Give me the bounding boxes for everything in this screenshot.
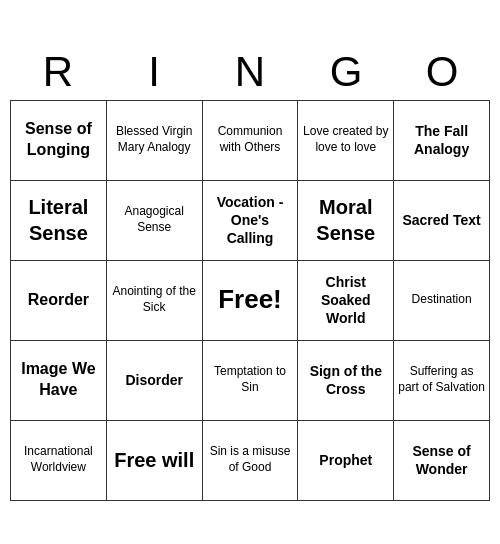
cell-0-2: Communion with Others — [203, 101, 299, 181]
cell-3-4: Suffering as part of Salvation — [394, 341, 490, 421]
cell-3-0: Image We Have — [11, 341, 107, 421]
cell-1-0: Literal Sense — [11, 181, 107, 261]
cell-0-0: Sense of Longing — [11, 101, 107, 181]
cell-0-1: Blessed Virgin Mary Analogy — [107, 101, 203, 181]
cell-3-1: Disorder — [107, 341, 203, 421]
cell-4-3: Prophet — [298, 421, 394, 501]
cell-1-1: Anagogical Sense — [107, 181, 203, 261]
cell-1-4: Sacred Text — [394, 181, 490, 261]
bingo-grid: Sense of LongingBlessed Virgin Mary Anal… — [10, 100, 490, 501]
cell-3-2: Temptation to Sin — [203, 341, 299, 421]
letter-i: I — [110, 48, 198, 96]
cell-2-1: Anointing of the Sick — [107, 261, 203, 341]
cell-4-4: Sense of Wonder — [394, 421, 490, 501]
cell-0-3: Love created by love to love — [298, 101, 394, 181]
cell-2-4: Destination — [394, 261, 490, 341]
letter-r: R — [14, 48, 102, 96]
cell-4-2: Sin is a misuse of Good — [203, 421, 299, 501]
cell-1-2: Vocation - One's Calling — [203, 181, 299, 261]
cell-3-3: Sign of the Cross — [298, 341, 394, 421]
cell-4-1: Free will — [107, 421, 203, 501]
bingo-header: R I N G O — [10, 44, 490, 100]
cell-4-0: Incarnational Worldview — [11, 421, 107, 501]
cell-0-4: The Fall Analogy — [394, 101, 490, 181]
letter-g: G — [302, 48, 390, 96]
letter-n: N — [206, 48, 294, 96]
cell-2-2: Free! — [203, 261, 299, 341]
cell-1-3: Moral Sense — [298, 181, 394, 261]
cell-2-3: Christ Soaked World — [298, 261, 394, 341]
letter-o: O — [398, 48, 486, 96]
cell-2-0: Reorder — [11, 261, 107, 341]
bingo-card: R I N G O Sense of LongingBlessed Virgin… — [10, 44, 490, 501]
